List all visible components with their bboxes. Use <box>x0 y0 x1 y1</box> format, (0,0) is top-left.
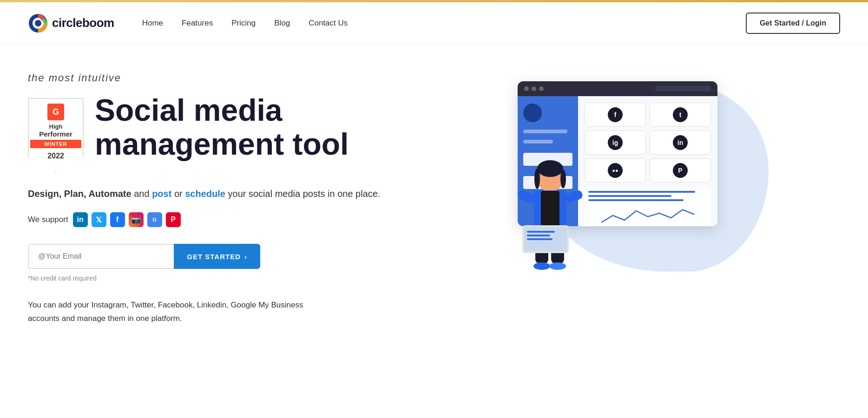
email-input[interactable] <box>28 244 174 269</box>
logo-link[interactable]: circleboom <box>28 13 114 33</box>
hero-title-row: G High Performer WINTER 2022 Social medi… <box>28 93 400 172</box>
chart-line-3 <box>588 199 684 201</box>
hero-left: the most intuitive G High Performer WINT… <box>28 72 400 326</box>
svg-rect-17 <box>527 231 555 233</box>
g2-performer-label: Performer <box>39 130 72 138</box>
browser-url-bar <box>655 86 711 91</box>
logo-icon <box>28 13 48 33</box>
g2-winter-bar: WINTER <box>30 140 81 148</box>
hero-description: Design, Plan, Automate and post or sched… <box>28 186 400 201</box>
hero-section: the most intuitive G High Performer WINT… <box>0 44 868 344</box>
pinterest-browser-cell: P <box>650 158 711 183</box>
svg-rect-9 <box>564 189 584 204</box>
sidebar-avatar <box>523 104 542 122</box>
get-started-cta-button[interactable]: GET STARTED › <box>174 244 260 269</box>
social-icons-row: in 𝕏 f 📷 G P <box>73 212 181 227</box>
chart-line-2 <box>588 195 671 197</box>
linkedin-browser-icon: in <box>673 135 688 150</box>
logo-text: circleboom <box>52 16 114 30</box>
hero-illustration: f t ig in <box>499 72 759 286</box>
svg-rect-19 <box>527 238 552 240</box>
linkedin-icon: in <box>73 212 88 227</box>
line-chart <box>588 204 707 226</box>
sidebar-line-1 <box>523 130 567 133</box>
arrow-icon: › <box>244 253 247 261</box>
linkedin-browser-cell: in <box>650 131 711 155</box>
no-credit-card-note: *No credit card required <box>28 274 400 282</box>
hootsuite-browser-cell: ●● <box>585 158 646 183</box>
main-nav: Home Features Pricing Blog Contact Us <box>142 19 746 28</box>
browser-dot-3 <box>539 86 544 91</box>
get-started-login-button[interactable]: Get Started / Login <box>746 13 840 34</box>
gmb-icon: G <box>147 212 162 227</box>
nav-features[interactable]: Features <box>182 19 213 28</box>
svg-point-2 <box>35 20 41 26</box>
header-actions: Get Started / Login <box>746 13 840 34</box>
we-support-label: We support <box>28 215 68 224</box>
svg-point-4 <box>537 160 563 177</box>
facebook-browser-cell: f <box>585 103 646 127</box>
g2-year-label: 2022 <box>47 152 64 160</box>
pinterest-icon: P <box>166 212 181 227</box>
nav-contact[interactable]: Contact Us <box>309 19 348 28</box>
facebook-browser-icon: f <box>608 107 623 122</box>
hootsuite-browser-icon: ●● <box>608 163 623 178</box>
svg-point-13 <box>533 262 550 270</box>
nav-home[interactable]: Home <box>142 19 163 28</box>
nav-pricing[interactable]: Pricing <box>231 19 256 28</box>
hero-heading: Social media management tool <box>95 93 349 161</box>
browser-dot-2 <box>532 86 536 91</box>
nav-blog[interactable]: Blog <box>274 19 290 28</box>
person-illustration <box>508 146 592 295</box>
twitter-browser-icon: t <box>673 107 688 122</box>
g2-badge: G High Performer WINTER 2022 <box>28 98 84 172</box>
hero-bottom-description: You can add your Instagram, Twitter, Fac… <box>28 299 325 326</box>
browser-dot-1 <box>524 86 529 91</box>
svg-rect-18 <box>527 235 550 236</box>
instagram-browser-cell: ig <box>585 131 646 155</box>
twitter-icon: 𝕏 <box>92 212 106 227</box>
g2-logo-icon: G <box>47 104 64 120</box>
g2-high-label: High <box>49 123 63 130</box>
sidebar-line-2 <box>523 140 553 144</box>
instagram-icon: 📷 <box>129 212 144 227</box>
hero-tagline: the most intuitive <box>28 72 400 84</box>
browser-bar <box>518 81 717 96</box>
chart-lines <box>588 191 707 201</box>
svg-point-14 <box>549 262 566 270</box>
svg-rect-8 <box>517 189 537 204</box>
svg-point-6 <box>560 170 566 188</box>
email-form: GET STARTED › <box>28 244 260 269</box>
facebook-icon: f <box>110 212 125 227</box>
social-grid: f t ig in <box>585 103 711 183</box>
svg-point-5 <box>534 169 540 189</box>
hero-right: f t ig in <box>400 72 840 286</box>
chart-line-1 <box>588 191 695 193</box>
chart-area <box>585 187 711 226</box>
we-support-row: We support in 𝕏 f 📷 G P <box>28 212 400 227</box>
pinterest-browser-icon: P <box>673 163 688 178</box>
browser-main: f t ig in <box>578 96 717 226</box>
twitter-browser-cell: t <box>650 103 711 127</box>
header: circleboom Home Features Pricing Blog Co… <box>0 2 868 44</box>
instagram-browser-icon: ig <box>608 135 623 150</box>
